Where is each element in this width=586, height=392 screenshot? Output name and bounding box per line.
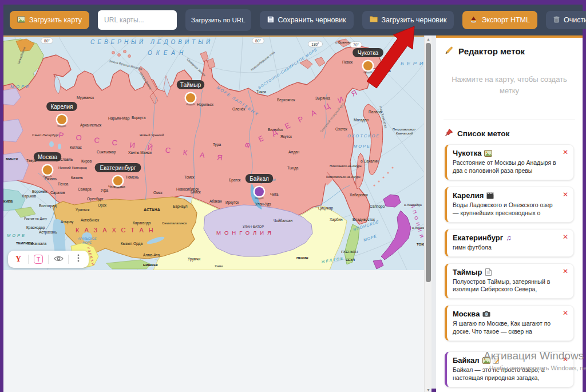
svg-text:Архангельск: Архангельск [80,123,101,128]
svg-text:Харбин: Харбин [330,217,343,222]
load-map-button[interactable]: Загрузить карту [10,11,89,29]
svg-text:Таймыр: Таймыр [180,82,201,88]
card-title: Карелия [453,191,484,200]
svg-text:Тикси: Тикси [256,90,266,94]
export-icon [470,16,477,25]
marker-card-baikal[interactable]: Байкал Байкал — это не просто озеро, а н… [445,351,574,387]
delete-marker-button[interactable]: ✕ [563,356,568,363]
svg-text:Саратов: Саратов [50,191,65,195]
svg-text:Атырау: Атырау [61,220,74,224]
delete-marker-button[interactable]: ✕ [563,233,568,240]
marker-card-ekaterinburg[interactable]: Екатеринбург♫ гимн футбола ✕ [445,229,574,257]
eye-tool-button[interactable] [53,254,64,264]
divider [68,255,69,264]
load-map-label: Загрузить карту [29,16,82,24]
svg-text:МОРЕ: МОРЕ [82,241,92,244]
svg-text:Якутск: Якутск [280,134,292,139]
svg-text:Нарьян-Мар: Нарьян-Мар [108,116,130,121]
svg-text:Тюмень: Тюмень [125,175,139,179]
load-by-url-label: Загрузить по URL [191,16,246,24]
russia-map[interactable]: СЕВЕРНЫЙ ЛЕДОВИТЫЙОКЕАНМОРЕ ЛАПТЕВЫХВОСТ… [3,35,431,270]
save-draft-button[interactable]: Сохранить черновик [260,11,354,29]
marker-card-taimyr[interactable]: Таймыр Полуостров Таймыр, затерянный в и… [445,263,574,299]
svg-text:Братск: Братск [229,178,241,183]
svg-text:Волгоград: Волгоград [39,204,57,208]
picture-icon [17,16,25,25]
marker-card-karelia[interactable]: Карелия Воды Ладожского и Онежского озер… [445,187,574,223]
svg-text:Владивосток: Владивосток [353,217,375,222]
svg-text:МОРЕ: МОРЕ [354,144,371,149]
yandex-tool-button[interactable]: Y [13,254,23,264]
svg-text:Харьков: Харьков [22,194,36,199]
svg-text:Уральск: Уральск [76,208,89,212]
label-editor-panel: Редактор меток Нажмите на карту, чтобы с… [436,35,583,392]
svg-text:Москва: Москва [38,154,58,160]
svg-text:КИЕВ: КИЕВ [3,200,13,203]
scroll-down-arrow[interactable]: ▼ [425,387,431,392]
delete-marker-button[interactable]: ✕ [563,191,568,198]
svg-text:Новый Уренгой: Новый Уренгой [140,133,164,137]
scroll-up-arrow[interactable]: ▲ [425,35,431,42]
svg-text:Пенза: Пенза [58,182,69,186]
card-title: Байкал [453,356,480,365]
divider [28,255,29,264]
svg-text:СЕУЛ: СЕУЛ [346,258,355,262]
translate-tool-button[interactable]: T [33,254,43,264]
map-scrollbar[interactable]: ▲ ▼ [424,35,431,392]
map-area[interactable]: СЕВЕРНЫЙ ЛЕДОВИТЫЙОКЕАНМОРЕ ЛАПТЕВЫХВОСТ… [3,35,431,392]
card-title: Екатеринбург [453,233,503,242]
svg-text:Омск: Омск [153,191,163,195]
svg-text:ПХЕНЬЯН: ПХЕНЬЯН [341,250,358,254]
svg-text:Николаевск-на-Амуре: Николаевск-на-Амуре [330,164,362,168]
svg-text:Анадырь: Анадырь [375,69,391,73]
svg-text:Урумчи: Урумчи [188,257,200,262]
save-draft-label: Сохранить черновик [278,16,346,24]
svg-text:Котлас: Котлас [70,145,82,149]
svg-text:Цицикар: Цицикар [318,206,333,211]
svg-text:ОКЕАН: ОКЕАН [148,50,187,56]
delete-marker-button[interactable]: ✕ [563,149,568,156]
load-draft-label: Загрузить черновик [382,16,447,24]
trash-icon [553,16,560,25]
svg-text:Комсомольск-на-Амуре: Комсомольск-на-Амуре [326,175,361,179]
toolbar: Загрузить карту Загрузить по URL Сохрани… [3,5,583,35]
svg-text:Певек: Певек [342,60,353,64]
map-toolbar: Y T [8,251,89,268]
svg-text:Алдан: Алдан [288,150,300,155]
marker-list: Чукотка Расстояние от Москвы до Анадыря … [445,144,574,387]
pushpin-icon [445,128,453,138]
load-draft-button[interactable]: Загрузить черновик [362,11,454,29]
svg-text:Чита: Чита [270,192,279,196]
translate-icon: T [34,255,43,264]
svg-text:Чойбалсан: Чойбалсан [274,219,292,223]
scrollbar-thumb[interactable] [426,43,431,282]
export-html-button[interactable]: Экспорт HTML [462,11,537,29]
card-description: гимн футбола [453,244,560,252]
card-description: Расстояние от Москвы до Анадыря в два с … [453,159,560,175]
svg-text:АСТАНА: АСТАНА [144,208,160,212]
svg-text:Орск: Орск [98,203,106,208]
svg-text:АРАЛЬСКОЕ: АРАЛЬСКОЕ [77,237,97,240]
clear-all-label: Очистить все [564,16,586,24]
marker-card-chukotka[interactable]: Чукотка Расстояние от Москвы до Анадыря … [445,144,574,180]
svg-text:Иркутск: Иркутск [225,200,239,205]
svg-text:Охотск: Охотск [335,127,347,131]
marker-card-moscow[interactable]: Москва Я шагаю по Москве, Как шагают по … [445,305,574,341]
svg-text:70°: 70° [353,43,359,47]
panel-title: Редактор меток [445,46,574,57]
map-url-input[interactable] [98,10,177,30]
divider [444,120,575,120]
more-tools-button[interactable] [73,254,84,264]
svg-text:Киров: Киров [81,159,92,164]
svg-text:УЛАН-БАТОР: УЛАН-БАТОР [243,225,264,228]
load-by-url-button[interactable]: Загрузить по URL [185,9,251,31]
divider [431,35,436,392]
delete-marker-button[interactable]: ✕ [563,310,568,316]
delete-marker-button[interactable]: ✕ [563,268,568,275]
svg-text:КАЗАХСТАН: КАЗАХСТАН [76,227,159,233]
clear-all-button[interactable]: Очистить все [546,11,586,29]
svg-text:180°: 180° [311,42,319,46]
svg-text:Саппоро: Саппоро [370,204,385,209]
svg-text:МОРЕ: МОРЕ [10,84,31,89]
eye-icon [54,254,64,264]
